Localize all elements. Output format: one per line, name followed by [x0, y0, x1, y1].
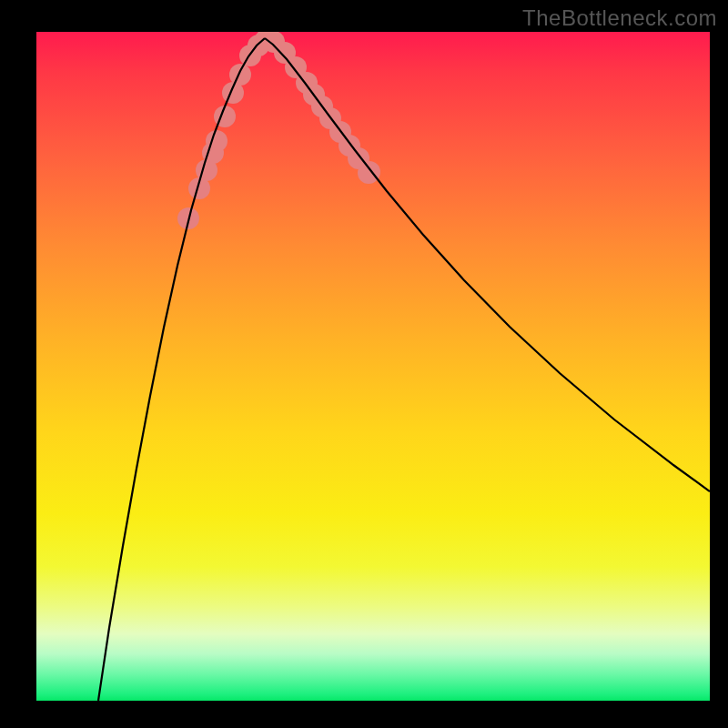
marker-dots	[177, 32, 380, 229]
watermark-text: TheBottleneck.com	[522, 5, 717, 31]
chart-svg	[36, 32, 710, 701]
marker-dot	[229, 64, 251, 86]
left-curve	[98, 38, 265, 701]
chart-container: TheBottleneck.com	[0, 0, 728, 728]
plot-area	[36, 32, 710, 701]
